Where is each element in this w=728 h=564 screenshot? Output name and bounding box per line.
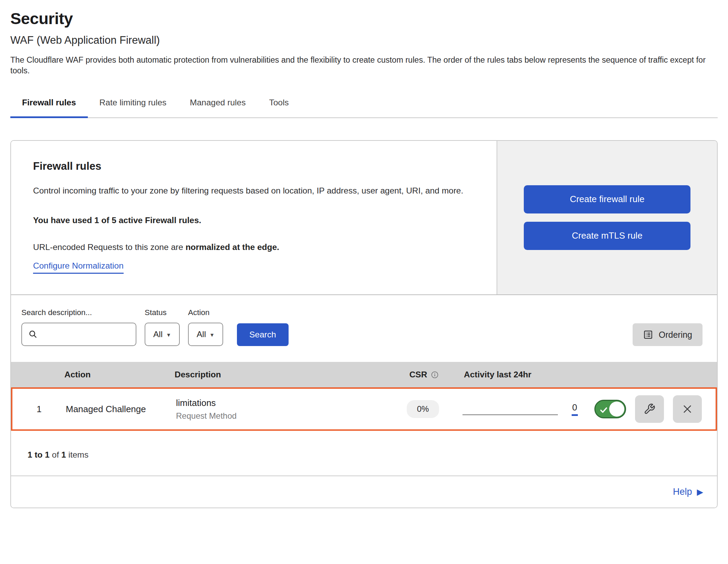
firewall-rules-summary-section: Firewall rules Control incoming traffic … bbox=[11, 141, 717, 295]
info-icon[interactable] bbox=[430, 370, 439, 379]
csr-header-label: CSR bbox=[409, 370, 427, 379]
edit-rule-button[interactable] bbox=[635, 395, 664, 423]
chevron-down-icon: ▼ bbox=[209, 332, 215, 338]
pagination-summary: 1 to 1 of 1 items bbox=[11, 431, 717, 476]
col-header-activity: Activity last 24hr bbox=[464, 370, 579, 379]
ordering-button-label: Ordering bbox=[659, 330, 692, 340]
csr-value-badge: 0% bbox=[407, 400, 439, 418]
usage-summary: You have used 1 of 5 active Firewall rul… bbox=[33, 216, 475, 225]
chevron-down-icon: ▼ bbox=[166, 332, 171, 338]
card-description: Control incoming traffic to your zone by… bbox=[33, 184, 475, 197]
page-description: The Cloudflare WAF provides both automat… bbox=[10, 55, 718, 76]
firewall-rules-card: Firewall rules Control incoming traffic … bbox=[10, 140, 718, 509]
table-header: Action Description CSR Activity last 24h… bbox=[11, 362, 717, 387]
search-input[interactable] bbox=[41, 323, 136, 345]
configure-normalization-link[interactable]: Configure Normalization bbox=[33, 261, 124, 274]
search-button[interactable]: Search bbox=[237, 323, 289, 346]
help-arrow-icon: ▶ bbox=[697, 487, 703, 497]
create-mtls-rule-button[interactable]: Create mTLS rule bbox=[524, 222, 690, 250]
help-label: Help bbox=[673, 487, 692, 497]
filter-bar: Search description... Status All ▼ bbox=[11, 295, 717, 362]
pagination-of: of bbox=[50, 450, 61, 459]
help-row: Help ▶ bbox=[11, 476, 717, 508]
help-link[interactable]: Help ▶ bbox=[673, 487, 703, 497]
security-waf-page: Security WAF (Web Application Firewall) … bbox=[0, 0, 728, 515]
col-header-action: Action bbox=[64, 370, 175, 379]
tab-bar: Firewall rules Rate limiting rules Manag… bbox=[10, 96, 718, 118]
tab-firewall-rules[interactable]: Firewall rules bbox=[10, 96, 88, 118]
rule-enabled-toggle[interactable] bbox=[594, 400, 626, 418]
status-select[interactable]: All ▼ bbox=[145, 323, 180, 346]
normalization-bold: normalized at the edge. bbox=[186, 242, 279, 252]
rule-activity-cell: 0 bbox=[462, 402, 578, 416]
rule-csr-cell: 0% bbox=[383, 400, 462, 418]
checkmark-icon bbox=[599, 406, 608, 415]
wrench-icon bbox=[644, 403, 655, 415]
col-header-description: Description bbox=[175, 370, 385, 379]
pagination-total: 1 bbox=[61, 450, 66, 459]
status-select-value: All bbox=[153, 330, 163, 339]
create-firewall-rule-button[interactable]: Create firewall rule bbox=[524, 185, 690, 213]
activity-sparkline bbox=[462, 414, 558, 415]
create-rule-panel: Create firewall rule Create mTLS rule bbox=[497, 141, 717, 295]
action-select-value: All bbox=[197, 330, 206, 339]
rule-description-cell: limitations Request Method bbox=[176, 398, 383, 421]
ordering-list-icon bbox=[643, 330, 653, 340]
tab-tools[interactable]: Tools bbox=[257, 96, 300, 118]
table-row: 1 Managed Challenge limitations Request … bbox=[11, 387, 717, 431]
toggle-knob bbox=[609, 401, 624, 417]
action-select[interactable]: All ▼ bbox=[188, 323, 223, 346]
close-icon bbox=[682, 404, 693, 415]
page-title: Security bbox=[10, 9, 718, 28]
search-label: Search description... bbox=[21, 308, 136, 317]
delete-rule-button[interactable] bbox=[673, 395, 702, 423]
card-heading: Firewall rules bbox=[33, 160, 475, 173]
status-filter-group: Status All ▼ bbox=[145, 308, 180, 346]
normalization-note: URL-encoded Requests to this zone are no… bbox=[33, 242, 475, 252]
rule-controls-cell bbox=[578, 395, 716, 423]
search-icon bbox=[28, 330, 38, 339]
search-group: Search description... bbox=[21, 308, 136, 346]
col-header-csr: CSR bbox=[385, 370, 464, 379]
search-box[interactable] bbox=[21, 323, 136, 346]
activity-count-link[interactable]: 0 bbox=[572, 402, 578, 416]
action-filter-group: Action All ▼ bbox=[188, 308, 223, 346]
firewall-rules-summary: Firewall rules Control incoming traffic … bbox=[11, 141, 497, 295]
tab-rate-limiting-rules[interactable]: Rate limiting rules bbox=[88, 96, 178, 118]
rule-expression-summary: Request Method bbox=[176, 411, 383, 421]
normalization-prefix: URL-encoded Requests to this zone are bbox=[33, 242, 186, 252]
rule-description[interactable]: limitations bbox=[176, 398, 383, 408]
tab-managed-rules[interactable]: Managed rules bbox=[178, 96, 257, 118]
action-label: Action bbox=[188, 308, 223, 317]
pagination-range: 1 to 1 bbox=[28, 450, 50, 459]
page-subtitle: WAF (Web Application Firewall) bbox=[10, 34, 718, 46]
status-label: Status bbox=[145, 308, 180, 317]
rule-priority: 1 bbox=[12, 404, 66, 415]
rule-action: Managed Challenge bbox=[66, 404, 176, 415]
pagination-items: items bbox=[66, 450, 89, 459]
ordering-button[interactable]: Ordering bbox=[633, 323, 703, 346]
